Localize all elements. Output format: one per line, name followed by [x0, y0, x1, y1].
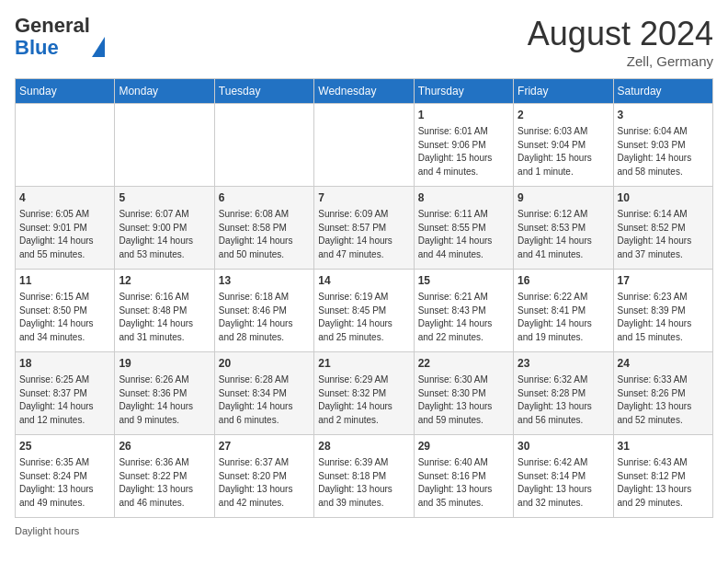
calendar-cell: 24Sunrise: 6:33 AM Sunset: 8:26 PM Dayli… [613, 352, 712, 435]
logo-triangle-icon [92, 14, 105, 57]
day-info: Sunrise: 6:08 AM Sunset: 8:58 PM Dayligh… [219, 208, 310, 261]
day-number: 21 [318, 356, 409, 372]
day-number: 17 [618, 273, 709, 289]
day-info: Sunrise: 6:28 AM Sunset: 8:34 PM Dayligh… [219, 373, 310, 427]
day-info: Sunrise: 6:40 AM Sunset: 8:16 PM Dayligh… [418, 456, 509, 510]
calendar-cell: 7Sunrise: 6:09 AM Sunset: 8:57 PM Daylig… [314, 187, 414, 270]
calendar-cell: 1Sunrise: 6:01 AM Sunset: 9:06 PM Daylig… [414, 104, 513, 187]
col-header-thursday: Thursday [414, 79, 513, 104]
day-number: 5 [119, 190, 210, 206]
calendar-cell: 30Sunrise: 6:42 AM Sunset: 8:14 PM Dayli… [514, 435, 613, 518]
title-block: August 2024 Zell, Germany [528, 15, 713, 69]
day-number: 13 [219, 273, 310, 289]
calendar-cell: 2Sunrise: 6:03 AM Sunset: 9:04 PM Daylig… [514, 104, 613, 187]
day-number: 1 [418, 108, 509, 123]
day-info: Sunrise: 6:39 AM Sunset: 8:18 PM Dayligh… [318, 456, 409, 510]
calendar-cell: 10Sunrise: 6:14 AM Sunset: 8:52 PM Dayli… [613, 187, 712, 270]
day-info: Sunrise: 6:09 AM Sunset: 8:57 PM Dayligh… [318, 208, 409, 261]
day-info: Sunrise: 6:43 AM Sunset: 8:12 PM Dayligh… [618, 456, 709, 510]
day-info: Sunrise: 6:25 AM Sunset: 8:37 PM Dayligh… [19, 373, 110, 427]
day-number: 9 [518, 190, 609, 206]
day-number: 4 [19, 190, 110, 206]
footer: Daylight hours [15, 525, 713, 536]
day-number: 2 [518, 108, 609, 123]
day-number: 18 [19, 356, 110, 372]
calendar-cell [115, 104, 214, 187]
calendar-cell: 16Sunrise: 6:22 AM Sunset: 8:41 PM Dayli… [514, 270, 613, 352]
day-info: Sunrise: 6:12 AM Sunset: 8:53 PM Dayligh… [518, 208, 609, 261]
calendar-cell: 27Sunrise: 6:37 AM Sunset: 8:20 PM Dayli… [214, 435, 313, 518]
day-info: Sunrise: 6:26 AM Sunset: 8:36 PM Dayligh… [119, 373, 210, 427]
daylight-label: Daylight hours [15, 525, 79, 536]
day-number: 23 [518, 356, 609, 372]
calendar-cell [214, 104, 313, 187]
day-info: Sunrise: 6:05 AM Sunset: 9:01 PM Dayligh… [19, 208, 110, 261]
calendar-cell: 8Sunrise: 6:11 AM Sunset: 8:55 PM Daylig… [414, 187, 513, 270]
day-info: Sunrise: 6:04 AM Sunset: 9:03 PM Dayligh… [618, 125, 709, 178]
day-info: Sunrise: 6:30 AM Sunset: 8:30 PM Dayligh… [418, 373, 509, 427]
day-number: 28 [318, 439, 409, 454]
page-header: General Blue August 2024 Zell, Germany [15, 15, 713, 69]
calendar-cell: 15Sunrise: 6:21 AM Sunset: 8:43 PM Dayli… [414, 270, 513, 352]
calendar-cell: 9Sunrise: 6:12 AM Sunset: 8:53 PM Daylig… [514, 187, 613, 270]
calendar-cell: 11Sunrise: 6:15 AM Sunset: 8:50 PM Dayli… [16, 270, 115, 352]
calendar-cell: 22Sunrise: 6:30 AM Sunset: 8:30 PM Dayli… [414, 352, 513, 435]
day-number: 7 [318, 190, 409, 206]
calendar-cell: 28Sunrise: 6:39 AM Sunset: 8:18 PM Dayli… [314, 435, 414, 518]
day-number: 22 [418, 356, 509, 372]
col-header-tuesday: Tuesday [214, 79, 313, 104]
day-number: 25 [19, 439, 110, 454]
day-number: 19 [119, 356, 210, 372]
calendar-table: SundayMondayTuesdayWednesdayThursdayFrid… [15, 78, 713, 518]
calendar-cell: 29Sunrise: 6:40 AM Sunset: 8:16 PM Dayli… [414, 435, 513, 518]
calendar-header-row: SundayMondayTuesdayWednesdayThursdayFrid… [16, 79, 713, 104]
calendar-cell: 12Sunrise: 6:16 AM Sunset: 8:48 PM Dayli… [115, 270, 214, 352]
day-number: 16 [518, 273, 609, 289]
calendar-cell: 3Sunrise: 6:04 AM Sunset: 9:03 PM Daylig… [613, 104, 712, 187]
day-number: 8 [418, 190, 509, 206]
calendar-cell: 4Sunrise: 6:05 AM Sunset: 9:01 PM Daylig… [16, 187, 115, 270]
day-number: 14 [318, 273, 409, 289]
day-info: Sunrise: 6:22 AM Sunset: 8:41 PM Dayligh… [518, 291, 609, 344]
day-info: Sunrise: 6:16 AM Sunset: 8:48 PM Dayligh… [119, 291, 210, 344]
calendar-cell: 14Sunrise: 6:19 AM Sunset: 8:45 PM Dayli… [314, 270, 414, 352]
col-header-friday: Friday [514, 79, 613, 104]
day-info: Sunrise: 6:11 AM Sunset: 8:55 PM Dayligh… [418, 208, 509, 261]
month-year-title: August 2024 [528, 15, 713, 53]
col-header-wednesday: Wednesday [314, 79, 414, 104]
day-info: Sunrise: 6:15 AM Sunset: 8:50 PM Dayligh… [19, 291, 110, 344]
calendar-cell: 19Sunrise: 6:26 AM Sunset: 8:36 PM Dayli… [115, 352, 214, 435]
day-number: 31 [618, 439, 709, 454]
calendar-cell: 23Sunrise: 6:32 AM Sunset: 8:28 PM Dayli… [514, 352, 613, 435]
calendar-cell: 25Sunrise: 6:35 AM Sunset: 8:24 PM Dayli… [16, 435, 115, 518]
day-info: Sunrise: 6:23 AM Sunset: 8:39 PM Dayligh… [618, 291, 709, 344]
day-number: 15 [418, 273, 509, 289]
day-info: Sunrise: 6:36 AM Sunset: 8:22 PM Dayligh… [119, 456, 210, 510]
day-info: Sunrise: 6:33 AM Sunset: 8:26 PM Dayligh… [618, 373, 709, 427]
day-number: 12 [119, 273, 210, 289]
day-number: 24 [618, 356, 709, 372]
day-number: 10 [618, 190, 709, 206]
day-number: 30 [518, 439, 609, 454]
calendar-cell: 18Sunrise: 6:25 AM Sunset: 8:37 PM Dayli… [16, 352, 115, 435]
day-info: Sunrise: 6:29 AM Sunset: 8:32 PM Dayligh… [318, 373, 409, 427]
calendar-cell: 20Sunrise: 6:28 AM Sunset: 8:34 PM Dayli… [214, 352, 313, 435]
calendar-week-row: 4Sunrise: 6:05 AM Sunset: 9:01 PM Daylig… [16, 187, 713, 270]
day-info: Sunrise: 6:42 AM Sunset: 8:14 PM Dayligh… [518, 456, 609, 510]
calendar-cell: 5Sunrise: 6:07 AM Sunset: 9:00 PM Daylig… [115, 187, 214, 270]
day-number: 20 [219, 356, 310, 372]
calendar-cell [16, 104, 115, 187]
calendar-cell: 21Sunrise: 6:29 AM Sunset: 8:32 PM Dayli… [314, 352, 414, 435]
logo: General Blue [15, 15, 105, 59]
day-number: 3 [618, 108, 709, 123]
day-info: Sunrise: 6:01 AM Sunset: 9:06 PM Dayligh… [418, 125, 509, 178]
day-number: 29 [418, 439, 509, 454]
logo-blue: Blue [15, 36, 59, 59]
calendar-cell: 6Sunrise: 6:08 AM Sunset: 8:58 PM Daylig… [214, 187, 313, 270]
calendar-week-row: 25Sunrise: 6:35 AM Sunset: 8:24 PM Dayli… [16, 435, 713, 518]
location-subtitle: Zell, Germany [528, 53, 713, 69]
calendar-cell: 26Sunrise: 6:36 AM Sunset: 8:22 PM Dayli… [115, 435, 214, 518]
day-number: 26 [119, 439, 210, 454]
calendar-week-row: 11Sunrise: 6:15 AM Sunset: 8:50 PM Dayli… [16, 270, 713, 352]
calendar-week-row: 1Sunrise: 6:01 AM Sunset: 9:06 PM Daylig… [16, 104, 713, 187]
